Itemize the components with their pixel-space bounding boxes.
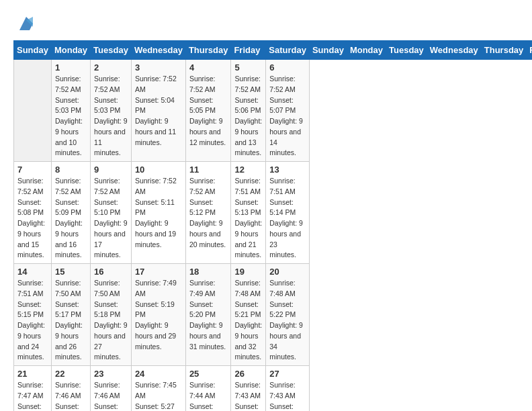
calendar-cell: 20 Sunrise: 7:48 AM Sunset: 5:22 PM Dayl… [266,264,310,366]
sunset-text: Sunset: 5:05 PM [189,96,216,115]
week-row-1: 1 Sunrise: 7:52 AM Sunset: 5:03 PM Dayli… [14,60,533,162]
day-number: 4 [189,62,228,73]
sunrise-text: Sunrise: 7:46 AM [55,381,81,400]
sunrise-text: Sunrise: 7:44 AM [189,381,216,400]
day-number: 9 [94,165,128,175]
calendar-cell: 16 Sunrise: 7:50 AM Sunset: 5:18 PM Dayl… [91,264,132,366]
sunset-text: Sunset: 5:03 PM [94,96,120,115]
day-info: Sunrise: 7:52 AM Sunset: 5:12 PM Dayligh… [189,176,228,250]
day-info: Sunrise: 7:49 AM Sunset: 5:20 PM Dayligh… [189,278,228,352]
day-info: Sunrise: 7:52 AM Sunset: 5:04 PM Dayligh… [135,74,182,148]
day-number: 22 [55,369,87,379]
calendar-cell: 3 Sunrise: 7:52 AM Sunset: 5:04 PM Dayli… [131,60,185,162]
daylight-text: Daylight: 9 hours and 15 minutes. [17,219,45,259]
header-wednesday: Wednesday [427,41,481,60]
sunrise-text: Sunrise: 7:52 AM [94,177,120,195]
week-row-4: 21 Sunrise: 7:47 AM Sunset: 5:24 PM Dayl… [14,366,533,412]
sunset-text: Sunset: 5:24 PM [17,402,44,412]
header-sunday: Sunday [14,41,52,60]
week-row-2: 7 Sunrise: 7:52 AM Sunset: 5:08 PM Dayli… [14,162,533,264]
daylight-text: Daylight: 9 hours and 19 minutes. [135,219,176,248]
day-number: 15 [55,267,87,277]
calendar-cell: 13 Sunrise: 7:51 AM Sunset: 5:14 PM Dayl… [266,162,310,264]
header-wednesday: Wednesday [131,41,185,60]
sunset-text: Sunset: 5:31 PM [269,402,296,412]
day-number: 8 [55,165,87,175]
day-number: 27 [269,369,306,379]
daylight-text: Daylight: 9 hours and 13 minutes. [234,117,262,156]
calendar-header-row: SundayMondayTuesdayWednesdayThursdayFrid… [14,41,533,60]
day-info: Sunrise: 7:52 AM Sunset: 5:09 PM Dayligh… [55,176,87,261]
day-info: Sunrise: 7:52 AM Sunset: 5:06 PM Dayligh… [234,74,262,158]
sunrise-text: Sunrise: 7:52 AM [189,75,216,93]
sunrise-text: Sunrise: 7:43 AM [234,381,261,400]
sunrise-text: Sunrise: 7:46 AM [94,381,120,400]
day-number: 16 [94,267,128,277]
daylight-text: Daylight: 9 hours and 32 minutes. [234,321,262,361]
day-number: 26 [234,369,262,379]
day-number: 11 [189,165,228,175]
sunset-text: Sunset: 5:18 PM [94,300,120,319]
header-friday: Friday [527,41,532,60]
calendar-cell: 17 Sunrise: 7:49 AM Sunset: 5:19 PM Dayl… [131,264,185,366]
sunrise-text: Sunrise: 7:50 AM [94,279,120,298]
sunrise-text: Sunrise: 7:52 AM [269,75,296,93]
sunset-text: Sunset: 5:15 PM [17,300,44,319]
sunset-text: Sunset: 5:17 PM [55,300,81,319]
day-number: 17 [135,267,182,277]
day-info: Sunrise: 7:45 AM Sunset: 5:27 PM Dayligh… [135,380,182,411]
calendar-cell: 15 Sunrise: 7:50 AM Sunset: 5:17 PM Dayl… [51,264,90,366]
daylight-text: Daylight: 9 hours and 14 minutes. [269,117,303,156]
day-info: Sunrise: 7:49 AM Sunset: 5:19 PM Dayligh… [135,278,182,352]
sunrise-text: Sunrise: 7:50 AM [55,279,81,298]
sunset-text: Sunset: 5:14 PM [269,198,296,217]
sunrise-text: Sunrise: 7:43 AM [269,381,296,400]
sunrise-text: Sunrise: 7:52 AM [94,75,120,93]
sunrise-text: Sunrise: 7:51 AM [269,177,296,195]
day-number: 18 [189,267,228,277]
sunrise-text: Sunrise: 7:49 AM [189,279,216,298]
sunset-text: Sunset: 5:20 PM [189,300,216,319]
day-info: Sunrise: 7:43 AM Sunset: 5:31 PM Dayligh… [269,380,306,411]
day-number: 13 [269,165,306,175]
calendar-cell: 18 Sunrise: 7:49 AM Sunset: 5:20 PM Dayl… [185,264,231,366]
calendar-cell: 23 Sunrise: 7:46 AM Sunset: 5:26 PM Dayl… [91,366,132,412]
day-number: 23 [94,369,128,379]
logo-icon [16,13,36,34]
sunrise-text: Sunrise: 7:52 AM [17,177,44,195]
day-info: Sunrise: 7:46 AM Sunset: 5:26 PM Dayligh… [94,380,128,411]
sunset-text: Sunset: 5:26 PM [94,402,120,412]
day-info: Sunrise: 7:51 AM Sunset: 5:14 PM Dayligh… [269,176,306,261]
day-number: 14 [17,267,48,277]
sunrise-text: Sunrise: 7:48 AM [269,279,296,298]
day-info: Sunrise: 7:52 AM Sunset: 5:08 PM Dayligh… [17,176,48,261]
day-info: Sunrise: 7:44 AM Sunset: 5:29 PM Dayligh… [189,380,228,411]
header-friday: Friday [231,41,266,60]
sunrise-text: Sunrise: 7:52 AM [55,75,81,93]
sunset-text: Sunset: 5:08 PM [17,198,44,217]
sunset-text: Sunset: 5:13 PM [234,198,261,217]
sunset-text: Sunset: 5:30 PM [234,402,261,412]
calendar-cell: 8 Sunrise: 7:52 AM Sunset: 5:09 PM Dayli… [51,162,90,264]
calendar-cell: 26 Sunrise: 7:43 AM Sunset: 5:30 PM Dayl… [231,366,266,412]
calendar-cell: 24 Sunrise: 7:45 AM Sunset: 5:27 PM Dayl… [131,366,185,412]
sunrise-text: Sunrise: 7:49 AM [135,279,177,298]
day-info: Sunrise: 7:48 AM Sunset: 5:22 PM Dayligh… [269,278,306,363]
daylight-text: Daylight: 9 hours and 26 minutes. [55,321,83,361]
sunrise-text: Sunrise: 7:52 AM [234,75,261,93]
logo [13,13,36,34]
calendar-cell: 22 Sunrise: 7:46 AM Sunset: 5:25 PM Dayl… [51,366,90,412]
sunset-text: Sunset: 5:22 PM [269,300,296,319]
calendar-cell: 11 Sunrise: 7:52 AM Sunset: 5:12 PM Dayl… [185,162,231,264]
calendar-cell: 12 Sunrise: 7:51 AM Sunset: 5:13 PM Dayl… [231,162,266,264]
sunset-text: Sunset: 5:29 PM [189,402,216,412]
day-number: 10 [135,165,182,175]
sunrise-text: Sunrise: 7:52 AM [189,177,216,195]
day-info: Sunrise: 7:52 AM Sunset: 5:07 PM Dayligh… [269,74,306,158]
calendar-cell: 5 Sunrise: 7:52 AM Sunset: 5:06 PM Dayli… [231,60,266,162]
calendar-table: SundayMondayTuesdayWednesdayThursdayFrid… [13,40,532,411]
sunset-text: Sunset: 5:19 PM [135,300,175,319]
header-monday: Monday [51,41,90,60]
day-number: 21 [17,369,48,379]
sunrise-text: Sunrise: 7:47 AM [17,381,44,400]
